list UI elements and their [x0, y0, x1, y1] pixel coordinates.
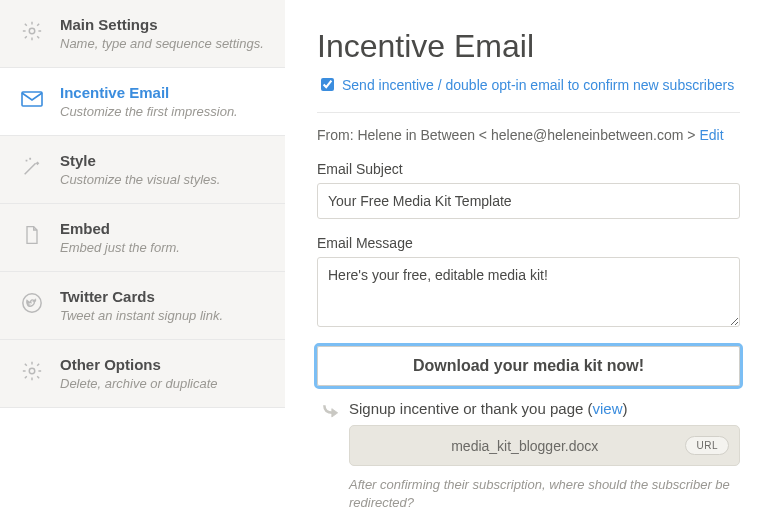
sidebar-item-main-settings[interactable]: Main Settings Name, type and sequence se…	[0, 0, 285, 68]
optin-checkbox[interactable]	[321, 78, 334, 91]
sidebar-item-label: Incentive Email	[60, 84, 238, 102]
email-subject-label: Email Subject	[317, 161, 740, 177]
envelope-icon	[18, 85, 46, 113]
sidebar-item-sub: Name, type and sequence settings.	[60, 36, 264, 51]
from-email: helene@heleneinbetween.com	[491, 127, 683, 143]
divider	[317, 112, 740, 113]
sidebar-item-sub: Customize the first impression.	[60, 104, 238, 119]
sidebar-item-label: Main Settings	[60, 16, 264, 34]
sidebar-item-twitter-cards[interactable]: Twitter Cards Tweet an instant signup li…	[0, 272, 285, 340]
sidebar-item-label: Other Options	[60, 356, 218, 374]
email-subject-input[interactable]	[317, 183, 740, 219]
sidebar-item-sub: Delete, archive or duplicate	[60, 376, 218, 391]
incentive-file-name: media_kit_blogger.docx	[364, 438, 685, 454]
sidebar-item-style[interactable]: Style Customize the visual styles.	[0, 136, 285, 204]
download-button[interactable]: Download your media kit now!	[317, 346, 740, 386]
file-icon	[18, 221, 46, 249]
optin-label: Send incentive / double opt-in email to …	[342, 77, 734, 93]
sidebar-item-embed[interactable]: Embed Embed just the form.	[0, 204, 285, 272]
settings-sidebar: Main Settings Name, type and sequence se…	[0, 0, 285, 522]
main-panel: Incentive Email Send incentive / double …	[285, 0, 768, 522]
view-link[interactable]: view	[593, 400, 623, 417]
sidebar-item-sub: Customize the visual styles.	[60, 172, 220, 187]
sidebar-item-incentive-email[interactable]: Incentive Email Customize the first impr…	[0, 68, 285, 136]
gear-icon	[18, 357, 46, 385]
incentive-file-box[interactable]: media_kit_blogger.docx URL	[349, 425, 740, 466]
sidebar-item-label: Twitter Cards	[60, 288, 223, 306]
svg-rect-1	[22, 92, 42, 106]
sidebar-item-sub: Embed just the form.	[60, 240, 180, 255]
twitter-icon	[18, 289, 46, 317]
redirect-helper-text: After confirming their subscription, whe…	[349, 476, 740, 512]
arrow-right-icon	[317, 400, 345, 424]
edit-from-link[interactable]: Edit	[699, 127, 723, 143]
sidebar-item-label: Style	[60, 152, 220, 170]
from-prefix: From:	[317, 127, 357, 143]
svg-point-3	[29, 368, 35, 374]
from-line: From: Helene in Between < helene@helenei…	[317, 127, 740, 143]
sidebar-item-other-options[interactable]: Other Options Delete, archive or duplica…	[0, 340, 285, 408]
email-message-textarea[interactable]: Here's your free, editable media kit!	[317, 257, 740, 327]
from-name: Helene in Between	[357, 127, 475, 143]
svg-point-0	[29, 28, 35, 34]
email-message-label: Email Message	[317, 235, 740, 251]
wand-icon	[18, 153, 46, 181]
sidebar-item-label: Embed	[60, 220, 180, 238]
url-button[interactable]: URL	[685, 436, 729, 455]
sidebar-item-sub: Tweet an instant signup link.	[60, 308, 223, 323]
optin-row: Send incentive / double opt-in email to …	[317, 75, 740, 94]
gear-icon	[18, 17, 46, 45]
signup-title: Signup incentive or thank you page (view…	[349, 400, 740, 417]
page-title: Incentive Email	[317, 28, 740, 65]
svg-point-2	[23, 294, 41, 312]
